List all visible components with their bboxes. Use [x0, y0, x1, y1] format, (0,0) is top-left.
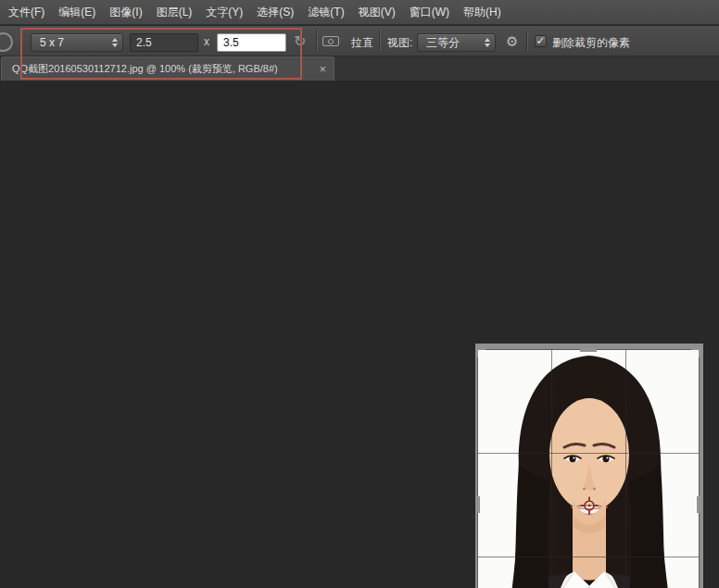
- crop-handle-top-left[interactable]: [475, 347, 486, 357]
- swap-width-height-icon[interactable]: ↻: [294, 34, 306, 49]
- delete-cropped-pixels-label[interactable]: 删除裁剪的像素: [552, 35, 630, 51]
- straighten-label[interactable]: 拉直: [351, 35, 373, 51]
- crop-settings-gear-icon[interactable]: ⚙: [506, 34, 518, 48]
- menu-window[interactable]: 窗口(W): [410, 5, 449, 20]
- crop-handle-top[interactable]: [580, 348, 597, 352]
- document-tab[interactable]: QQ截图20160530112712.jpg @ 100% (裁剪预览, RGB…: [1, 56, 334, 81]
- crop-handle-right[interactable]: [697, 496, 700, 513]
- menu-select[interactable]: 选择(S): [257, 5, 294, 20]
- menu-type[interactable]: 文字(Y): [206, 5, 243, 20]
- menu-layer[interactable]: 图层(L): [157, 5, 193, 20]
- view-label: 视图:: [387, 35, 412, 51]
- crop-ratio-value: 5 x 7: [40, 36, 64, 49]
- crop-options-bar: 5 x 7 x ↻ 拉直 视图: 三等分 ⚙ ✓ 删除裁剪的像素: [0, 26, 719, 56]
- crop-shield-right: [700, 349, 703, 588]
- crop-height-input[interactable]: [217, 33, 286, 52]
- crop-width-input[interactable]: [130, 33, 198, 52]
- menu-bar: 文件(F) 编辑(E) 图像(I) 图层(L) 文字(Y) 选择(S) 滤镜(T…: [0, 0, 719, 25]
- crop-handle-left[interactable]: [476, 496, 480, 513]
- divider: [316, 30, 317, 52]
- crop-tool-icon[interactable]: [0, 32, 13, 52]
- menu-filter[interactable]: 滤镜(T): [308, 5, 344, 20]
- menu-help[interactable]: 帮助(H): [463, 5, 501, 20]
- menu-file[interactable]: 文件(F): [8, 5, 44, 20]
- overlay-view-select[interactable]: 三等分: [417, 33, 496, 52]
- crop-handle-top-right[interactable]: [691, 347, 701, 357]
- crop-pivot-icon[interactable]: [578, 494, 600, 517]
- select-spinner-icon: [112, 38, 118, 47]
- photoshop-window: 文件(F) 编辑(E) 图像(I) 图层(L) 文字(Y) 选择(S) 滤镜(T…: [0, 0, 719, 588]
- divider: [379, 30, 380, 52]
- divider: [526, 30, 527, 52]
- document-tab-bar: QQ截图20160530112712.jpg @ 100% (裁剪预览, RGB…: [0, 56, 719, 81]
- crop-ratio-select[interactable]: 5 x 7: [31, 33, 123, 52]
- select-spinner-icon: [485, 38, 490, 47]
- menu-view[interactable]: 视图(V): [359, 5, 396, 20]
- grid-line-vertical-1: [551, 350, 552, 588]
- grid-line-vertical-2: [625, 350, 626, 588]
- overlay-view-value: 三等分: [426, 36, 460, 49]
- dimension-separator-label: x: [204, 35, 209, 48]
- document-tab-title: QQ截图20160530112712.jpg @ 100% (裁剪预览, RGB…: [12, 62, 313, 76]
- grid-line-horizontal-2: [478, 557, 699, 557]
- crop-box[interactable]: [477, 349, 700, 588]
- grid-line-horizontal-1: [478, 453, 699, 454]
- menu-image[interactable]: 图像(I): [109, 5, 142, 20]
- delete-cropped-pixels-checkbox[interactable]: ✓: [535, 35, 547, 47]
- straighten-icon[interactable]: [322, 36, 339, 46]
- menu-edit[interactable]: 编辑(E): [58, 5, 95, 20]
- tab-close-icon[interactable]: ×: [319, 62, 326, 76]
- canvas-area: [0, 81, 719, 588]
